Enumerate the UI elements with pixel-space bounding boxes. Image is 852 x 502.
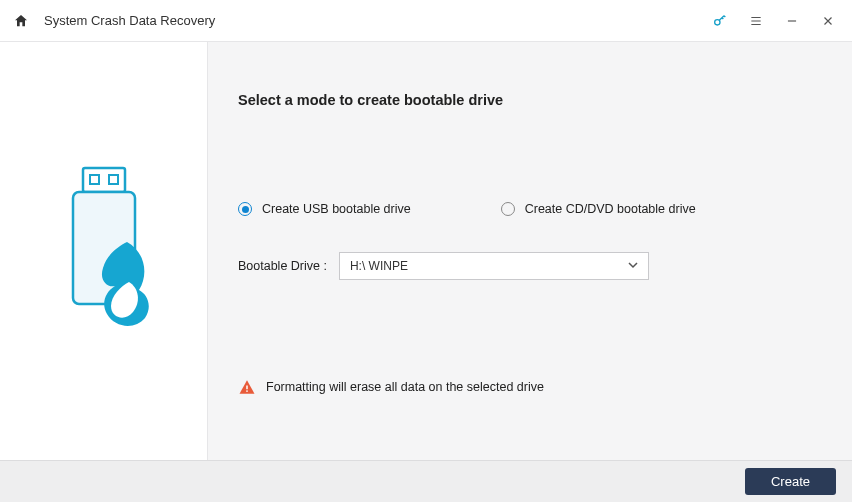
drive-select-value: H:\ WINPE — [350, 259, 408, 273]
radio-cd-label: Create CD/DVD bootable drive — [525, 202, 696, 216]
warning-row: Formatting will erase all data on the se… — [238, 378, 822, 396]
minimize-icon[interactable] — [780, 9, 804, 33]
heading: Select a mode to create bootable drive — [238, 92, 822, 108]
titlebar: System Crash Data Recovery — [0, 0, 852, 42]
drive-select[interactable]: H:\ WINPE — [339, 252, 649, 280]
radio-cd-bootable[interactable]: Create CD/DVD bootable drive — [501, 202, 696, 216]
home-icon[interactable] — [12, 12, 30, 30]
warning-text: Formatting will erase all data on the se… — [266, 380, 544, 394]
svg-rect-5 — [246, 386, 248, 390]
svg-rect-2 — [90, 175, 99, 184]
usb-drive-illustration — [49, 164, 159, 338]
left-illustration-panel — [0, 42, 208, 460]
key-icon[interactable] — [708, 9, 732, 33]
svg-point-0 — [715, 19, 720, 24]
main-panel: Select a mode to create bootable drive C… — [208, 42, 852, 460]
drive-select-row: Bootable Drive : H:\ WINPE — [238, 252, 822, 280]
footer: Create — [0, 460, 852, 502]
body: Select a mode to create bootable drive C… — [0, 42, 852, 460]
svg-rect-6 — [246, 390, 248, 392]
mode-radio-group: Create USB bootable drive Create CD/DVD … — [238, 202, 822, 216]
chevron-down-icon — [628, 260, 638, 272]
svg-rect-3 — [109, 175, 118, 184]
radio-dot-icon — [238, 202, 252, 216]
drive-select-label: Bootable Drive : — [238, 259, 327, 273]
radio-usb-bootable[interactable]: Create USB bootable drive — [238, 202, 411, 216]
create-button[interactable]: Create — [745, 468, 836, 495]
radio-dot-icon — [501, 202, 515, 216]
radio-usb-label: Create USB bootable drive — [262, 202, 411, 216]
menu-icon[interactable] — [744, 9, 768, 33]
page-title: System Crash Data Recovery — [44, 13, 215, 28]
warning-icon — [238, 378, 256, 396]
close-icon[interactable] — [816, 9, 840, 33]
